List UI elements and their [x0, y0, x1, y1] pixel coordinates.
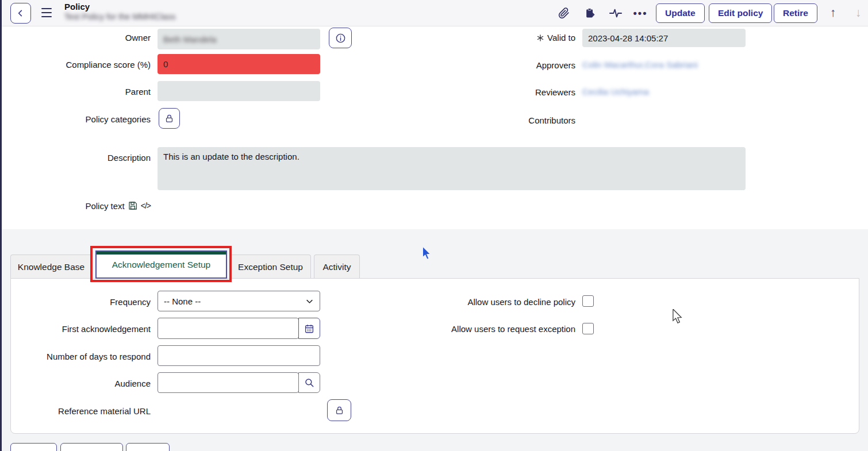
allow-decline-label: Allow users to decline policy: [437, 296, 575, 308]
description-value: This is an update to the description.: [163, 152, 299, 161]
save-floppy-icon[interactable]: [128, 201, 138, 211]
valid-to-value: 2023-04-28 14:05:27: [588, 33, 668, 43]
more-actions-button[interactable]: •••: [633, 6, 648, 21]
code-view-icon[interactable]: </>: [141, 201, 151, 210]
update-button[interactable]: Update: [656, 3, 705, 23]
frequency-selected-value: -- None --: [164, 296, 201, 306]
clipboard-arrow-icon: [584, 7, 596, 19]
approvers-value[interactable]: Colin Macarthur,Cora Sabriani: [582, 60, 698, 70]
paperclip-icon: [558, 7, 570, 19]
policy-text-label: Policy text: [85, 201, 124, 211]
compliance-score-field: 0: [158, 54, 320, 74]
next-record-arrow[interactable]: ↓: [850, 5, 866, 21]
page-title: Policy: [64, 2, 90, 11]
compliance-score-label: Compliance score (%): [23, 59, 151, 71]
first-acknowledgement-input[interactable]: [158, 318, 299, 339]
compliance-score-value: 0: [163, 59, 168, 69]
retire-button[interactable]: Retire: [774, 3, 817, 23]
policy-categories-label: Policy categories: [23, 114, 151, 125]
owner-label: Owner: [23, 32, 151, 44]
audience-input[interactable]: [158, 372, 299, 393]
policy-text-row: Policy text </>: [23, 201, 151, 211]
parent-field: [158, 81, 320, 101]
contributors-label: Contributors: [437, 115, 575, 126]
audience-label: Audience: [23, 378, 151, 390]
reviewers-links-blurred: Cecilia Uchiyama: [582, 87, 649, 97]
approvers-label: Approvers: [437, 60, 575, 71]
days-to-respond-label: Number of days to respond: [23, 351, 151, 363]
bottom-edit-policy-button[interactable]: [60, 443, 123, 451]
owner-value-blurred: Beth Mandela: [163, 34, 217, 44]
allow-request-exception-checkbox[interactable]: [582, 323, 594, 334]
allow-decline-checkbox[interactable]: [582, 295, 594, 307]
policy-categories-lock-button[interactable]: [159, 108, 180, 129]
context-menu-icon[interactable]: [41, 8, 52, 17]
edit-policy-button[interactable]: Edit policy: [709, 3, 772, 23]
parent-label: Parent: [23, 86, 151, 98]
frequency-select[interactable]: -- None --: [158, 291, 320, 311]
chevron-left-icon: [16, 9, 25, 18]
chevron-down-icon: [305, 297, 314, 306]
tab-knowledge-base[interactable]: Knowledge Base: [10, 255, 92, 279]
lock-icon: [164, 114, 174, 124]
description-field: This is an update to the description.: [158, 147, 746, 190]
attachments-button[interactable]: [556, 6, 571, 21]
activity-stream-button[interactable]: [608, 6, 623, 21]
reviewers-label: Reviewers: [437, 87, 575, 98]
info-icon: [335, 33, 346, 44]
valid-to-field: 2023-04-28 14:05:27: [582, 29, 746, 47]
tab-activity[interactable]: Activity: [314, 255, 360, 279]
previous-record-arrow[interactable]: ↑: [825, 5, 841, 21]
policy-record-page: Policy Test Policy for the MMHIClass •••…: [0, 0, 868, 451]
audience-lookup-button[interactable]: [298, 372, 320, 393]
tab-acknowledgement-setup[interactable]: Acknowledgement Setup: [95, 250, 227, 279]
first-acknowledgement-label: First acknowledgement: [23, 323, 151, 335]
pulse-icon: [609, 8, 622, 18]
search-icon: [304, 377, 314, 388]
allow-request-exception-label: Allow users to request exception: [437, 323, 575, 335]
record-subtitle-blurred: Test Policy for the MMHIClass: [64, 12, 175, 21]
calendar-icon: [304, 323, 314, 334]
date-picker-button[interactable]: [298, 318, 320, 339]
owner-preview-button[interactable]: [329, 28, 352, 48]
owner-field: Beth Mandela: [158, 29, 320, 49]
tab-exception-setup[interactable]: Exception Setup: [230, 255, 311, 279]
lock-icon: [335, 406, 344, 415]
reference-url-lock-button[interactable]: [327, 399, 351, 421]
required-asterisk-icon: [537, 34, 544, 41]
days-to-respond-input[interactable]: [158, 345, 320, 366]
back-button[interactable]: [10, 3, 31, 24]
bottom-update-button[interactable]: [10, 443, 57, 451]
description-label: Description: [23, 152, 151, 164]
record-header: Policy Test Policy for the MMHIClass •••…: [2, 0, 868, 26]
bottom-retire-button[interactable]: [126, 443, 170, 451]
frequency-label: Frequency: [23, 296, 151, 308]
approvers-links-blurred: Colin Macarthur,Cora Sabriani: [582, 60, 698, 70]
reviewers-value[interactable]: Cecilia Uchiyama: [582, 87, 649, 97]
valid-to-label: Valid to: [437, 32, 575, 44]
copy-record-button[interactable]: [582, 6, 597, 21]
reference-material-url-label: Reference material URL: [23, 406, 151, 417]
